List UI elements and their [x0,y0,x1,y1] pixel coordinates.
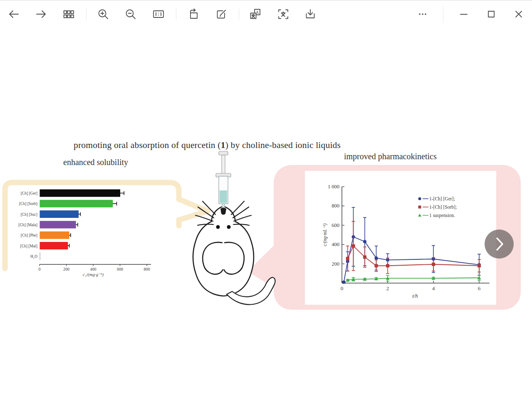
svg-text:c₁/(mg·g⁻¹): c₁/(mg·g⁻¹) [83,272,104,277]
toolbar: A [0,0,532,28]
extract-text-button[interactable] [275,6,292,22]
svg-text:200: 200 [332,261,339,267]
edit-button[interactable] [213,6,230,22]
download-icon [304,8,317,20]
thumbnail-grid-button[interactable] [60,6,77,22]
more-icon [416,8,429,20]
svg-text:1 000: 1 000 [328,184,339,190]
svg-text:6: 6 [478,285,481,291]
zoom-in-button[interactable] [95,6,111,22]
minimize-icon [458,8,470,20]
svg-text:H₂O: H₂O [30,254,37,259]
pk-line-chart: 2004006008001 0000246t/hc/(ng·mL⁻¹)1-[Ch… [305,171,496,305]
forward-button[interactable] [33,6,49,22]
svg-text:[Ch] [Phe]: [Ch] [Phe] [21,233,37,237]
toolbar-separator [176,9,176,20]
close-icon [512,8,525,20]
svg-text:t/h: t/h [412,293,418,299]
svg-text:1 suspension.: 1 suspension. [429,213,455,218]
actual-size-button[interactable] [150,6,167,22]
zoom-out-button[interactable] [122,6,139,22]
toolbar-separator [239,9,239,20]
translate-button[interactable]: A [247,6,264,22]
forward-icon [35,8,47,20]
edit-icon [215,8,228,20]
rotate-icon [187,8,200,20]
zoom-in-icon [97,8,109,20]
image-viewer-window: A [0,0,532,402]
mouse-illustration [183,148,291,312]
chevron-right-icon [485,229,514,259]
svg-text:[Ch] [Mala]: [Ch] [Mala] [18,223,37,227]
svg-text:800: 800 [332,203,339,209]
maximize-button[interactable] [483,6,500,22]
svg-text:200: 200 [63,267,69,271]
minimize-button[interactable] [455,6,472,22]
maximize-icon [485,8,497,20]
image-canvas: promoting oral absorption of quercetin (… [0,28,532,402]
svg-text:400: 400 [332,242,339,247]
syringe-liquid [220,190,227,203]
mouse-eye-left [216,225,220,229]
back-icon [7,8,20,20]
svg-text:[Ch] [Ger]: [Ch] [Ger] [21,191,37,195]
next-image-button[interactable] [485,229,514,259]
svg-text:c/(ng·mL⁻¹): c/(ng·mL⁻¹) [322,224,328,247]
solubility-chart-title: enhanced solubility [63,158,128,167]
back-button[interactable] [5,6,22,22]
more-options-button[interactable] [414,6,431,22]
svg-text:0: 0 [341,285,344,291]
mouse-nose [220,208,226,215]
toolbar-separator [86,9,87,20]
syringe-illustration [216,151,231,207]
zoom-out-icon [124,8,137,20]
svg-text:1-[Ch] [Sorb];: 1-[Ch] [Sorb]; [429,205,457,210]
svg-text:0: 0 [39,267,41,271]
svg-text:800: 800 [144,267,150,271]
svg-text:[Ch] [Mal]: [Ch] [Mal] [20,244,37,248]
extract-text-icon [277,8,290,20]
svg-text:400: 400 [90,267,97,271]
thumbnail-grid-icon [62,8,75,20]
download-button[interactable] [302,6,319,22]
close-button[interactable] [510,6,527,22]
toolbar-separator [443,5,443,23]
solubility-bar-chart: [Ch] [Ger][Ch] [Sorb][Ch] [Suc][Ch] [Mal… [0,177,175,287]
svg-text:4: 4 [432,285,435,291]
rotate-button[interactable] [185,6,202,22]
pk-chart-title: improved pharmacokinetics [344,152,437,161]
actual-size-icon [152,8,165,20]
translate-icon: A [249,8,262,20]
mouse-eye-right [227,225,231,229]
svg-text:600: 600 [117,267,123,271]
svg-text:600: 600 [332,222,339,228]
svg-text:1-[Ch] [Ger];: 1-[Ch] [Ger]; [429,196,455,201]
svg-text:2: 2 [386,285,389,291]
svg-text:[Ch] [Sorb]: [Ch] [Sorb] [19,202,37,206]
svg-text:[Ch] [Suc]: [Ch] [Suc] [21,212,37,217]
